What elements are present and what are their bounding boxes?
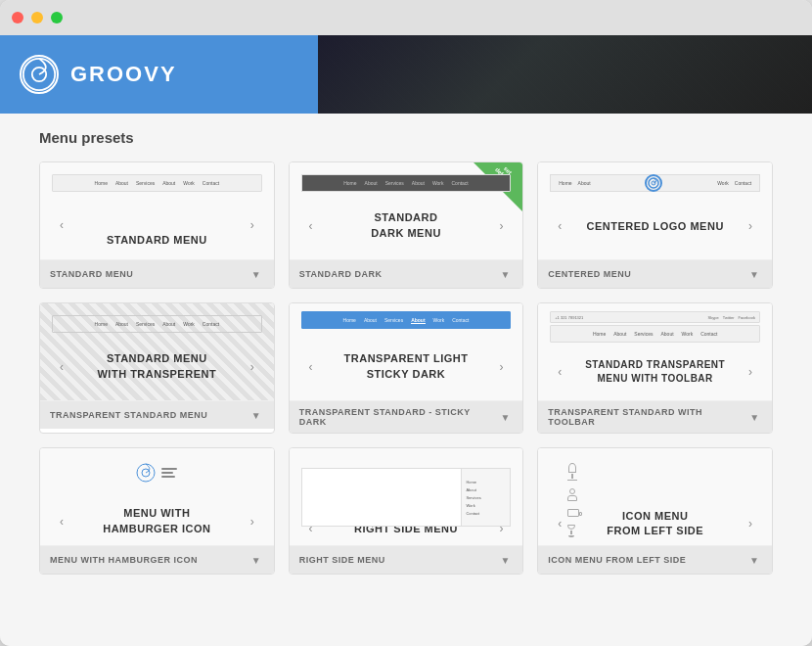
preset-card-centered-menu[interactable]: Home About Work bbox=[537, 162, 773, 289]
presets-title: Menu presets bbox=[39, 129, 773, 146]
card-footer-icon-left: ICON MENU FROM LEFT SIDE ▼ bbox=[538, 546, 772, 574]
right-arrow: › bbox=[250, 218, 254, 232]
mini-nav-centered: Home About Work bbox=[550, 174, 760, 192]
left-nav-items: Home About bbox=[559, 180, 590, 186]
hero-section: GROOVY bbox=[0, 35, 812, 114]
close-button[interactable] bbox=[12, 12, 23, 23]
mini-nav-dark: Home About Services About Work Contact bbox=[301, 174, 512, 192]
right-nav-items: Work Contact bbox=[717, 180, 751, 186]
toolbar-preview-label: STANDARD TRANSPARENTMENU WITH TOOLBAR bbox=[585, 358, 725, 386]
right-menu-item-contact: Contact bbox=[466, 511, 506, 516]
chevron-down-icon[interactable]: ▼ bbox=[497, 552, 513, 568]
right-arrow: › bbox=[748, 365, 752, 379]
preset-card-icon-left[interactable]: ‹ ICON MENUFROM LEFT SIDE › ICON MENU FR… bbox=[537, 447, 773, 575]
mini-nav-sticky-light: Home About Services About Work Contact bbox=[301, 311, 512, 329]
footer-label: RIGHT SIDE MENU bbox=[299, 555, 385, 565]
footer-label: TRANSPARENT STANDARD - STICKY DARK bbox=[299, 407, 498, 427]
left-arrow: ‹ bbox=[558, 219, 562, 233]
right-menu-list: Home About Services Work Contact bbox=[461, 469, 510, 526]
right-menu-preview: Home About Services Work Contact bbox=[301, 468, 512, 527]
chevron-down-icon[interactable]: ▼ bbox=[248, 552, 264, 568]
minimize-button[interactable] bbox=[31, 12, 43, 23]
chevron-down-icon[interactable]: ▼ bbox=[498, 409, 514, 425]
card-footer-transparent: TRANSPARENT STANDARD MENU ▼ bbox=[40, 401, 274, 429]
preset-card-standard-menu[interactable]: Home About Services About Work Contact ‹… bbox=[39, 162, 275, 289]
card-footer-right-side: RIGHT SIDE MENU ▼ bbox=[290, 546, 523, 574]
ham-line-1 bbox=[161, 468, 177, 470]
footer-label: TRANSPARENT STANDARD WITH TOOLBAR bbox=[548, 407, 746, 427]
ham-line-2 bbox=[161, 472, 173, 474]
card-footer-standard: STANDARD MENU ▼ bbox=[40, 260, 274, 288]
toolbar-arrows: ‹ STANDARD TRANSPARENTMENU WITH TOOLBAR … bbox=[550, 356, 760, 388]
hero-background bbox=[318, 35, 812, 114]
card-preview-transparent: Home About Services About Work Contact ‹… bbox=[40, 303, 274, 401]
chevron-down-icon[interactable]: ▼ bbox=[497, 266, 513, 282]
footer-label: MENU WITH HAMBURGER ICON bbox=[50, 555, 198, 565]
left-arrow: ‹ bbox=[60, 515, 64, 529]
preset-card-toolbar[interactable]: +1 321 7891321 Skype Twitter Facebook Ho… bbox=[537, 302, 773, 434]
icon-item-1 bbox=[567, 463, 577, 481]
titlebar bbox=[0, 0, 812, 35]
right-arrow: › bbox=[748, 517, 752, 531]
chevron-down-icon[interactable]: ▼ bbox=[746, 266, 762, 282]
card-footer-centered: CENTERED MENU ▼ bbox=[538, 260, 772, 288]
hamburger-lines bbox=[161, 468, 177, 478]
chevron-down-icon[interactable]: ▼ bbox=[746, 409, 762, 425]
card-arrows: ‹ STANDARD MENU › bbox=[52, 202, 262, 250]
centered-card-arrows: ‹ CENTERED LOGO MENU › bbox=[550, 217, 760, 235]
right-menu-item-services: Services bbox=[466, 495, 506, 500]
chevron-down-icon[interactable]: ▼ bbox=[248, 266, 264, 282]
mini-nav-transparent: Home About Services About Work Contact bbox=[52, 315, 262, 333]
dark-preview-label: STANDARDDARK MENU bbox=[371, 210, 441, 241]
icon-item-2 bbox=[567, 488, 577, 501]
preset-card-standard-dark[interactable]: setdefault Home About Services About Wor… bbox=[289, 162, 524, 289]
left-arrow: ‹ bbox=[558, 365, 562, 379]
brand-bar: GROOVY bbox=[0, 35, 318, 114]
card-preview-icon-left: ‹ ICON MENUFROM LEFT SIDE › bbox=[538, 448, 772, 546]
main-content: GROOVY Menu presets Home About Services … bbox=[0, 35, 812, 646]
presets-grid: Home About Services About Work Contact ‹… bbox=[39, 162, 773, 575]
brand-name: GROOVY bbox=[70, 62, 177, 87]
preset-card-transparent-sticky[interactable]: Home About Services About Work Contact ‹… bbox=[289, 302, 524, 434]
icon-menu-preview bbox=[567, 463, 597, 537]
mini-toolbar: +1 321 7891321 Skype Twitter Facebook bbox=[550, 311, 760, 323]
footer-label: STANDARD MENU bbox=[50, 269, 133, 279]
card-footer-toolbar: TRANSPARENT STANDARD WITH TOOLBAR ▼ bbox=[538, 401, 772, 433]
right-arrow: › bbox=[250, 360, 254, 374]
chevron-down-icon[interactable]: ▼ bbox=[248, 407, 264, 423]
card-footer-sticky: TRANSPARENT STANDARD - STICKY DARK ▼ bbox=[290, 401, 523, 433]
hamburger-preview-label: MENU WITHHAMBURGER ICON bbox=[103, 506, 210, 536]
preset-card-transparent-standard[interactable]: Home About Services About Work Contact ‹… bbox=[39, 302, 275, 434]
right-arrow: › bbox=[250, 515, 254, 529]
left-arrow: ‹ bbox=[558, 517, 562, 531]
preset-card-hamburger[interactable]: ‹ MENU WITHHAMBURGER ICON › MENU WITH HA… bbox=[39, 447, 275, 575]
maximize-button[interactable] bbox=[51, 12, 63, 23]
card-preview-standard: Home About Services About Work Contact ‹… bbox=[40, 162, 274, 260]
hamburger-arrows: ‹ MENU WITHHAMBURGER ICON › bbox=[52, 504, 262, 538]
footer-label: STANDARD DARK bbox=[299, 269, 383, 279]
hamburger-brand-row bbox=[136, 463, 177, 483]
right-menu-nav-area bbox=[302, 469, 462, 526]
presets-section: Menu presets Home About Services About W… bbox=[0, 114, 812, 594]
icon-item-3 bbox=[567, 509, 579, 517]
preview-label: STANDARD MENU bbox=[107, 233, 207, 248]
right-menu-item-home: Home bbox=[466, 480, 506, 484]
chevron-down-icon[interactable]: ▼ bbox=[746, 552, 762, 568]
preset-card-right-side[interactable]: Home About Services Work Contact ‹ RIGHT… bbox=[289, 447, 524, 575]
centered-logo-icon bbox=[645, 174, 662, 192]
left-arrow: ‹ bbox=[60, 218, 64, 232]
brand-icon bbox=[20, 55, 59, 94]
ham-line-3 bbox=[161, 476, 175, 478]
sticky-preview-label: TRANSPARENT LIGHTSTICKY DARK bbox=[344, 351, 469, 382]
card-preview-hamburger: ‹ MENU WITHHAMBURGER ICON › bbox=[40, 448, 274, 546]
left-arrow: ‹ bbox=[309, 219, 313, 233]
card-footer-dark: STANDARD DARK ▼ bbox=[290, 260, 523, 288]
card-footer-hamburger: MENU WITH HAMBURGER ICON ▼ bbox=[40, 546, 274, 574]
right-menu-item-about: About bbox=[466, 487, 506, 492]
dark-card-arrows: ‹ STANDARDDARK MENU › bbox=[301, 208, 512, 243]
right-arrow: › bbox=[499, 219, 503, 233]
card-preview-toolbar: +1 321 7891321 Skype Twitter Facebook Ho… bbox=[538, 303, 772, 401]
left-arrow: ‹ bbox=[309, 360, 313, 374]
card-preview-sticky: Home About Services About Work Contact ‹… bbox=[290, 303, 523, 401]
right-arrow: › bbox=[748, 219, 752, 233]
